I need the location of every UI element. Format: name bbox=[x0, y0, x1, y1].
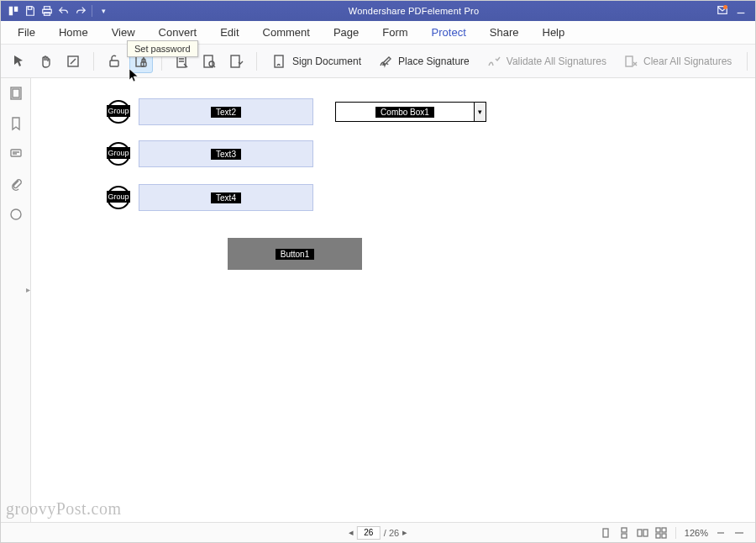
svg-rect-5 bbox=[45, 13, 50, 16]
place-signature-button[interactable]: Place Signature bbox=[371, 50, 476, 73]
menubar: File Home View Convert Edit Comment Page… bbox=[1, 21, 755, 45]
signature-icon bbox=[378, 54, 393, 69]
button-field-1-label: Button1 bbox=[276, 249, 314, 260]
current-page-input[interactable] bbox=[357, 526, 381, 540]
clear-signatures-button[interactable]: Clear All Signatures bbox=[617, 50, 738, 73]
zoom-out-icon[interactable] bbox=[713, 525, 728, 540]
page-navigator: ◂ / 26 ▸ bbox=[349, 526, 407, 540]
ribbon-toolbar: Sign Document Place Signature Validate A… bbox=[1, 45, 755, 78]
menu-file[interactable]: File bbox=[8, 23, 45, 42]
quick-access-toolbar: ▾ bbox=[1, 3, 111, 18]
attachments-icon[interactable] bbox=[8, 176, 24, 192]
collapse-panel-icon[interactable]: ▸ bbox=[26, 280, 30, 294]
view-facing-icon[interactable] bbox=[635, 525, 650, 540]
radio-group-2[interactable]: Group bbox=[107, 142, 130, 166]
menu-edit[interactable]: Edit bbox=[210, 23, 249, 42]
sign-document-button[interactable]: Sign Document bbox=[265, 50, 368, 73]
svg-rect-24 bbox=[622, 534, 627, 538]
separator bbox=[256, 52, 257, 71]
menu-form[interactable]: Form bbox=[372, 23, 417, 42]
redo-icon[interactable] bbox=[73, 3, 88, 18]
chat-icon[interactable] bbox=[8, 206, 24, 223]
qat-dropdown-icon[interactable]: ▾ bbox=[96, 3, 111, 18]
page-prev-icon[interactable]: ◂ bbox=[349, 527, 354, 538]
mouse-cursor-icon bbox=[129, 68, 140, 87]
redact-search-icon[interactable] bbox=[197, 50, 221, 73]
menu-protect[interactable]: Protect bbox=[422, 23, 476, 42]
svg-rect-16 bbox=[275, 55, 283, 67]
place-signature-label: Place Signature bbox=[398, 55, 470, 67]
svg-rect-29 bbox=[656, 534, 660, 538]
side-panel: ▸ bbox=[1, 78, 31, 522]
separator bbox=[93, 52, 94, 71]
menu-view[interactable]: View bbox=[102, 23, 145, 42]
app-logo-icon bbox=[6, 3, 21, 18]
validate-signatures-button[interactable]: Validate All Signatures bbox=[480, 50, 613, 73]
validate-signatures-label: Validate All Signatures bbox=[507, 55, 606, 67]
radio-group-label: Group bbox=[107, 147, 130, 159]
text-field-4[interactable]: Text4 bbox=[139, 184, 313, 211]
page-next-icon[interactable]: ▸ bbox=[402, 527, 407, 538]
save-icon[interactable] bbox=[23, 3, 38, 18]
menu-convert[interactable]: Convert bbox=[149, 23, 207, 42]
menu-help[interactable]: Help bbox=[533, 23, 575, 42]
radio-group-1[interactable]: Group bbox=[107, 100, 130, 124]
pdf-page: Group Text2 Combo Box1 ▾ Group Text3 Gro… bbox=[31, 78, 755, 522]
svg-rect-28 bbox=[662, 528, 666, 532]
qat-separator bbox=[92, 5, 92, 17]
menu-page[interactable]: Page bbox=[323, 23, 369, 42]
radio-group-3[interactable]: Group bbox=[107, 186, 130, 209]
mail-icon[interactable] bbox=[717, 4, 728, 18]
radio-group-label: Group bbox=[107, 105, 130, 117]
thumbnails-icon[interactable] bbox=[8, 85, 24, 102]
menu-share[interactable]: Share bbox=[480, 23, 529, 42]
svg-rect-26 bbox=[643, 530, 648, 536]
text-field-2[interactable]: Text2 bbox=[139, 98, 313, 125]
svg-rect-30 bbox=[662, 534, 666, 538]
lock-open-icon[interactable] bbox=[102, 50, 126, 73]
window-title: Wondershare PDFelement Pro bbox=[111, 6, 717, 16]
comments-icon[interactable] bbox=[8, 145, 24, 162]
svg-rect-6 bbox=[718, 7, 727, 14]
text-field-4-label: Text4 bbox=[211, 192, 241, 203]
validate-icon bbox=[486, 54, 501, 69]
svg-rect-15 bbox=[231, 55, 239, 67]
combo-box-1-label: Combo Box1 bbox=[375, 107, 434, 118]
clear-icon bbox=[623, 54, 638, 69]
pointer-tool-icon[interactable] bbox=[8, 50, 31, 73]
text-field-3[interactable]: Text3 bbox=[139, 140, 313, 167]
sign-document-label: Sign Document bbox=[292, 55, 361, 67]
minimize-icon[interactable] bbox=[735, 4, 747, 18]
view-continuous-icon[interactable] bbox=[617, 525, 632, 540]
menu-comment[interactable]: Comment bbox=[253, 23, 320, 42]
button-field-1[interactable]: Button1 bbox=[228, 238, 362, 270]
undo-icon[interactable] bbox=[56, 3, 71, 18]
tooltip: Set password bbox=[127, 40, 198, 57]
svg-rect-17 bbox=[626, 56, 633, 66]
text-field-2-label: Text2 bbox=[211, 107, 241, 118]
edit-tool-icon[interactable] bbox=[61, 50, 85, 73]
separator bbox=[675, 527, 676, 539]
text-field-3-label: Text3 bbox=[211, 149, 241, 160]
view-facing-continuous-icon[interactable] bbox=[654, 525, 669, 540]
menu-home[interactable]: Home bbox=[49, 23, 98, 42]
print-icon[interactable] bbox=[39, 3, 55, 18]
combo-box-1[interactable]: Combo Box1 ▾ bbox=[335, 102, 486, 122]
bookmarks-icon[interactable] bbox=[8, 115, 24, 132]
document-canvas[interactable]: Group Text2 Combo Box1 ▾ Group Text3 Gro… bbox=[31, 78, 755, 522]
watermark: groovyPost.com bbox=[6, 499, 122, 519]
svg-rect-9 bbox=[110, 61, 118, 66]
zoom-slider-icon[interactable] bbox=[732, 525, 747, 540]
combo-dropdown-icon[interactable]: ▾ bbox=[474, 103, 486, 121]
view-single-icon[interactable] bbox=[598, 525, 613, 540]
redact-apply-icon[interactable] bbox=[224, 50, 248, 73]
svg-rect-25 bbox=[638, 530, 642, 536]
svg-rect-20 bbox=[11, 150, 21, 156]
svg-rect-27 bbox=[656, 528, 660, 532]
total-pages: / 26 bbox=[384, 528, 399, 538]
separator bbox=[747, 52, 748, 71]
svg-rect-2 bbox=[28, 7, 31, 10]
svg-rect-23 bbox=[622, 528, 627, 532]
hand-tool-icon[interactable] bbox=[34, 50, 58, 73]
document-icon bbox=[272, 54, 287, 69]
